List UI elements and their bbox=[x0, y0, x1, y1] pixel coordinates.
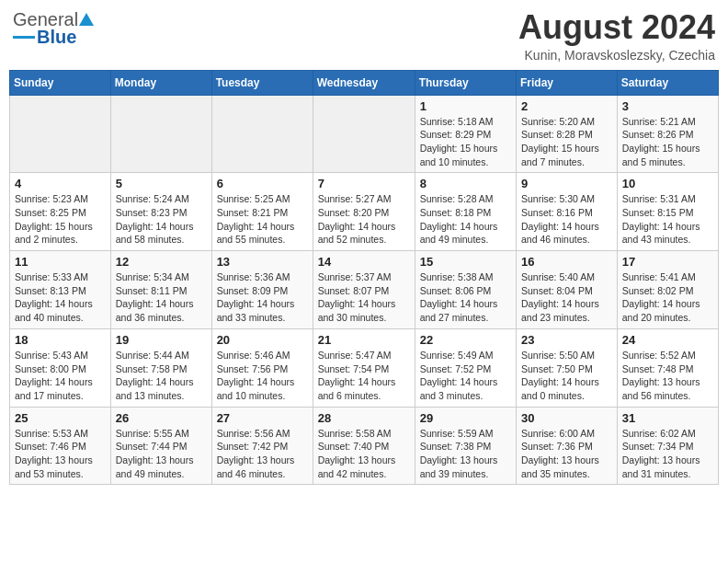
calendar-cell: 14Sunrise: 5:37 AM Sunset: 8:07 PM Dayli… bbox=[313, 251, 415, 329]
day-of-week-header: Friday bbox=[517, 70, 618, 95]
month-year-title: August 2024 bbox=[518, 9, 715, 46]
calendar-cell: 13Sunrise: 5:36 AM Sunset: 8:09 PM Dayli… bbox=[211, 251, 313, 329]
calendar-cell: 31Sunrise: 6:02 AM Sunset: 7:34 PM Dayli… bbox=[617, 407, 718, 485]
calendar-cell: 6Sunrise: 5:25 AM Sunset: 8:21 PM Daylig… bbox=[211, 173, 313, 251]
day-number: 7 bbox=[318, 177, 410, 190]
day-of-week-header: Tuesday bbox=[211, 70, 313, 95]
day-info: Sunrise: 5:31 AM Sunset: 8:15 PM Dayligh… bbox=[622, 192, 713, 247]
day-info: Sunrise: 5:21 AM Sunset: 8:26 PM Dayligh… bbox=[622, 115, 713, 169]
calendar-cell: 7Sunrise: 5:27 AM Sunset: 8:20 PM Daylig… bbox=[313, 173, 415, 251]
calendar-cell: 20Sunrise: 5:46 AM Sunset: 7:56 PM Dayli… bbox=[211, 328, 313, 407]
day-info: Sunrise: 5:27 AM Sunset: 8:20 PM Dayligh… bbox=[318, 192, 410, 247]
day-info: Sunrise: 5:56 AM Sunset: 7:42 PM Dayligh… bbox=[217, 427, 308, 481]
calendar-cell bbox=[10, 95, 111, 173]
day-info: Sunrise: 5:59 AM Sunset: 7:38 PM Dayligh… bbox=[420, 427, 511, 481]
calendar-week-row: 4Sunrise: 5:23 AM Sunset: 8:25 PM Daylig… bbox=[10, 173, 719, 251]
day-number: 19 bbox=[116, 333, 207, 347]
calendar-cell: 8Sunrise: 5:28 AM Sunset: 8:18 PM Daylig… bbox=[415, 173, 516, 251]
calendar-cell bbox=[313, 95, 415, 173]
day-number: 15 bbox=[420, 255, 511, 269]
day-info: Sunrise: 5:20 AM Sunset: 8:28 PM Dayligh… bbox=[521, 115, 612, 169]
day-info: Sunrise: 5:34 AM Sunset: 8:11 PM Dayligh… bbox=[116, 270, 207, 325]
location-subtitle: Kunin, Moravskoslezsky, Czechia bbox=[518, 48, 715, 63]
calendar-cell bbox=[211, 95, 313, 173]
day-info: Sunrise: 5:43 AM Sunset: 8:00 PM Dayligh… bbox=[15, 349, 106, 403]
calendar-cell: 25Sunrise: 5:53 AM Sunset: 7:46 PM Dayli… bbox=[10, 407, 111, 485]
day-number: 25 bbox=[15, 411, 106, 425]
calendar-week-row: 18Sunrise: 5:43 AM Sunset: 8:00 PM Dayli… bbox=[10, 328, 719, 407]
day-info: Sunrise: 5:49 AM Sunset: 7:52 PM Dayligh… bbox=[420, 349, 511, 403]
day-number: 13 bbox=[217, 255, 308, 269]
day-number: 31 bbox=[622, 411, 713, 425]
day-number: 17 bbox=[622, 255, 713, 269]
calendar-cell: 5Sunrise: 5:24 AM Sunset: 8:23 PM Daylig… bbox=[110, 173, 211, 251]
day-number: 12 bbox=[116, 255, 207, 269]
day-info: Sunrise: 5:53 AM Sunset: 7:46 PM Dayligh… bbox=[15, 427, 106, 481]
day-number: 6 bbox=[217, 177, 308, 190]
calendar-cell: 16Sunrise: 5:40 AM Sunset: 8:04 PM Dayli… bbox=[517, 251, 618, 329]
title-block: August 2024 Kunin, Moravskoslezsky, Czec… bbox=[518, 9, 715, 63]
day-info: Sunrise: 5:52 AM Sunset: 7:48 PM Dayligh… bbox=[622, 349, 713, 403]
calendar-cell: 29Sunrise: 5:59 AM Sunset: 7:38 PM Dayli… bbox=[415, 407, 516, 485]
calendar-cell: 3Sunrise: 5:21 AM Sunset: 8:26 PM Daylig… bbox=[617, 95, 718, 173]
svg-marker-0 bbox=[79, 13, 94, 26]
day-number: 23 bbox=[521, 333, 612, 347]
calendar-cell: 17Sunrise: 5:41 AM Sunset: 8:02 PM Dayli… bbox=[617, 251, 718, 329]
day-of-week-header: Wednesday bbox=[313, 70, 415, 95]
logo-blue-text: Blue bbox=[37, 27, 76, 48]
day-of-week-header: Monday bbox=[110, 70, 211, 95]
day-number: 1 bbox=[420, 99, 511, 113]
day-number: 10 bbox=[622, 177, 713, 190]
day-number: 28 bbox=[318, 411, 410, 425]
day-info: Sunrise: 5:28 AM Sunset: 8:18 PM Dayligh… bbox=[420, 192, 511, 247]
calendar-cell: 26Sunrise: 5:55 AM Sunset: 7:44 PM Dayli… bbox=[110, 407, 211, 485]
day-info: Sunrise: 5:37 AM Sunset: 8:07 PM Dayligh… bbox=[318, 270, 410, 325]
day-info: Sunrise: 5:30 AM Sunset: 8:16 PM Dayligh… bbox=[521, 192, 612, 247]
day-number: 2 bbox=[521, 99, 612, 113]
calendar-cell: 23Sunrise: 5:50 AM Sunset: 7:50 PM Dayli… bbox=[517, 328, 618, 407]
calendar-week-row: 25Sunrise: 5:53 AM Sunset: 7:46 PM Dayli… bbox=[10, 407, 719, 485]
day-info: Sunrise: 5:36 AM Sunset: 8:09 PM Dayligh… bbox=[217, 270, 308, 325]
calendar-cell: 9Sunrise: 5:30 AM Sunset: 8:16 PM Daylig… bbox=[517, 173, 618, 251]
day-number: 5 bbox=[116, 177, 207, 190]
calendar-cell bbox=[110, 95, 211, 173]
day-info: Sunrise: 5:46 AM Sunset: 7:56 PM Dayligh… bbox=[217, 349, 308, 403]
calendar-cell: 27Sunrise: 5:56 AM Sunset: 7:42 PM Dayli… bbox=[211, 407, 313, 485]
day-number: 14 bbox=[318, 255, 410, 269]
day-info: Sunrise: 5:33 AM Sunset: 8:13 PM Dayligh… bbox=[15, 270, 106, 325]
day-info: Sunrise: 5:44 AM Sunset: 7:58 PM Dayligh… bbox=[116, 349, 207, 403]
calendar-header-row: SundayMondayTuesdayWednesdayThursdayFrid… bbox=[10, 70, 719, 95]
logo: General Blue bbox=[13, 9, 95, 48]
calendar-cell: 24Sunrise: 5:52 AM Sunset: 7:48 PM Dayli… bbox=[617, 328, 718, 407]
page-header: General Blue August 2024 Kunin, Moravsko… bbox=[9, 9, 719, 63]
day-number: 8 bbox=[420, 177, 511, 190]
day-info: Sunrise: 5:55 AM Sunset: 7:44 PM Dayligh… bbox=[116, 427, 207, 481]
calendar-cell: 28Sunrise: 5:58 AM Sunset: 7:40 PM Dayli… bbox=[313, 407, 415, 485]
day-info: Sunrise: 5:25 AM Sunset: 8:21 PM Dayligh… bbox=[217, 192, 308, 247]
calendar-cell: 18Sunrise: 5:43 AM Sunset: 8:00 PM Dayli… bbox=[10, 328, 111, 407]
day-info: Sunrise: 5:24 AM Sunset: 8:23 PM Dayligh… bbox=[116, 192, 207, 247]
calendar-cell: 15Sunrise: 5:38 AM Sunset: 8:06 PM Dayli… bbox=[415, 251, 516, 329]
day-number: 4 bbox=[15, 177, 106, 190]
day-info: Sunrise: 5:40 AM Sunset: 8:04 PM Dayligh… bbox=[521, 270, 612, 325]
day-number: 3 bbox=[622, 99, 713, 113]
calendar-cell: 30Sunrise: 6:00 AM Sunset: 7:36 PM Dayli… bbox=[517, 407, 618, 485]
day-number: 27 bbox=[217, 411, 308, 425]
day-number: 21 bbox=[318, 333, 410, 347]
day-info: Sunrise: 5:50 AM Sunset: 7:50 PM Dayligh… bbox=[521, 349, 612, 403]
day-number: 29 bbox=[420, 411, 511, 425]
calendar-cell: 10Sunrise: 5:31 AM Sunset: 8:15 PM Dayli… bbox=[617, 173, 718, 251]
calendar-cell: 12Sunrise: 5:34 AM Sunset: 8:11 PM Dayli… bbox=[110, 251, 211, 329]
day-number: 9 bbox=[521, 177, 612, 190]
day-info: Sunrise: 5:41 AM Sunset: 8:02 PM Dayligh… bbox=[622, 270, 713, 325]
day-of-week-header: Sunday bbox=[10, 70, 111, 95]
day-info: Sunrise: 6:00 AM Sunset: 7:36 PM Dayligh… bbox=[521, 427, 612, 481]
day-number: 11 bbox=[15, 255, 106, 269]
day-info: Sunrise: 5:47 AM Sunset: 7:54 PM Dayligh… bbox=[318, 349, 410, 403]
day-number: 18 bbox=[15, 333, 106, 347]
day-number: 24 bbox=[622, 333, 713, 347]
day-of-week-header: Saturday bbox=[617, 70, 718, 95]
calendar-cell: 19Sunrise: 5:44 AM Sunset: 7:58 PM Dayli… bbox=[110, 328, 211, 407]
day-info: Sunrise: 6:02 AM Sunset: 7:34 PM Dayligh… bbox=[622, 427, 713, 481]
day-of-week-header: Thursday bbox=[415, 70, 516, 95]
